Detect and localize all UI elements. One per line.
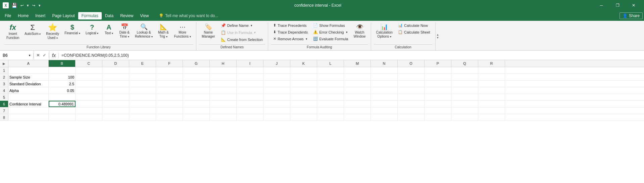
- row-header-7[interactable]: 7: [0, 107, 8, 114]
- cell-F1[interactable]: [156, 67, 183, 74]
- cell-O2[interactable]: [398, 74, 425, 80]
- cell-C1[interactable]: [76, 67, 102, 74]
- cell-K8[interactable]: [290, 114, 317, 121]
- cell-R2[interactable]: [478, 74, 505, 80]
- define-name-button[interactable]: 📌 Define Name ▾: [218, 22, 265, 29]
- menu-data[interactable]: Data: [102, 12, 117, 19]
- cell-C3[interactable]: [76, 81, 102, 87]
- cell-E8[interactable]: [129, 114, 156, 121]
- cell-G6[interactable]: [183, 101, 210, 107]
- select-all-button[interactable]: ▶: [0, 60, 8, 67]
- cell-A8[interactable]: [8, 114, 49, 121]
- cell-L3[interactable]: [317, 81, 344, 87]
- cell-P3[interactable]: [425, 81, 451, 87]
- cell-L7[interactable]: [317, 107, 344, 114]
- cell-L6[interactable]: [317, 101, 344, 107]
- cell-J2[interactable]: [263, 74, 290, 80]
- menu-view[interactable]: View: [137, 12, 152, 19]
- row-header-3[interactable]: 3: [0, 81, 8, 87]
- col-header-L[interactable]: L: [317, 60, 344, 67]
- cell-F6[interactable]: [156, 101, 183, 107]
- cell-E4[interactable]: [129, 87, 156, 94]
- cell-O6[interactable]: [398, 101, 425, 107]
- cell-F5[interactable]: [156, 94, 183, 100]
- col-header-G[interactable]: G: [183, 60, 210, 67]
- cell-D2[interactable]: [102, 74, 129, 80]
- name-manager-button[interactable]: 🏷️ NameManager: [199, 22, 218, 40]
- cell-D8[interactable]: [102, 114, 129, 121]
- insert-function-button[interactable]: fx InsertFunction: [4, 22, 21, 42]
- cell-P6[interactable]: [425, 101, 451, 107]
- cell-P4[interactable]: [425, 87, 451, 94]
- cell-M4[interactable]: [344, 87, 371, 94]
- cell-A5[interactable]: [8, 94, 49, 100]
- cell-N2[interactable]: [371, 74, 398, 80]
- cell-A4[interactable]: Alpha: [8, 87, 49, 94]
- financial-button[interactable]: $ Financial ▾: [62, 22, 83, 37]
- col-header-Q[interactable]: Q: [451, 60, 478, 67]
- cell-L5[interactable]: [317, 94, 344, 100]
- restore-button[interactable]: ❐: [610, 0, 625, 11]
- cell-P5[interactable]: [425, 94, 451, 100]
- cell-reference-box[interactable]: B6 ▾: [0, 53, 34, 58]
- fx-label[interactable]: fx: [49, 53, 59, 58]
- col-header-J[interactable]: J: [263, 60, 290, 67]
- cell-N1[interactable]: [371, 67, 398, 74]
- customize-qat-button[interactable]: ▾: [37, 3, 42, 8]
- cell-G2[interactable]: [183, 74, 210, 80]
- cell-K3[interactable]: [290, 81, 317, 87]
- cell-P7[interactable]: [425, 107, 451, 114]
- cell-H7[interactable]: [210, 107, 237, 114]
- cell-K4[interactable]: [290, 87, 317, 94]
- col-header-B[interactable]: B: [49, 60, 76, 67]
- cell-N5[interactable]: [371, 94, 398, 100]
- cell-B1[interactable]: [49, 67, 76, 74]
- cell-H4[interactable]: [210, 87, 237, 94]
- cell-N8[interactable]: [371, 114, 398, 121]
- cell-H8[interactable]: [210, 114, 237, 121]
- row-header-6[interactable]: 6: [0, 101, 8, 107]
- cell-K5[interactable]: [290, 94, 317, 100]
- cell-M5[interactable]: [344, 94, 371, 100]
- cell-E7[interactable]: [129, 107, 156, 114]
- cell-C6[interactable]: [76, 101, 102, 107]
- cell-Q4[interactable]: [451, 87, 478, 94]
- more-functions-button[interactable]: ⋯ MoreFunctions ▾: [172, 22, 193, 40]
- cell-M3[interactable]: [344, 81, 371, 87]
- cell-M6[interactable]: [344, 101, 371, 107]
- remove-arrows-button[interactable]: ✕ Remove Arrows ▾: [271, 36, 310, 42]
- cell-Q3[interactable]: [451, 81, 478, 87]
- col-header-E[interactable]: E: [129, 60, 156, 67]
- menu-review[interactable]: Review: [117, 12, 137, 19]
- menu-insert[interactable]: Insert: [32, 12, 49, 19]
- cell-Q7[interactable]: [451, 107, 478, 114]
- cell-N7[interactable]: [371, 107, 398, 114]
- ribbon-scroll[interactable]: ▲ ▼: [435, 22, 440, 50]
- cell-F2[interactable]: [156, 74, 183, 80]
- cell-F4[interactable]: [156, 87, 183, 94]
- cell-N6[interactable]: [371, 101, 398, 107]
- cell-I8[interactable]: [237, 114, 263, 121]
- cell-A6[interactable]: Confidence Interval: [8, 101, 49, 107]
- menu-home[interactable]: Home: [14, 12, 32, 19]
- cell-R7[interactable]: [478, 107, 505, 114]
- cell-F7[interactable]: [156, 107, 183, 114]
- cell-I2[interactable]: [237, 74, 263, 80]
- cell-G8[interactable]: [183, 114, 210, 121]
- cell-E6[interactable]: [129, 101, 156, 107]
- cell-I4[interactable]: [237, 87, 263, 94]
- cell-K2[interactable]: [290, 74, 317, 80]
- cell-C2[interactable]: [76, 74, 102, 80]
- cell-P2[interactable]: [425, 74, 451, 80]
- cell-E2[interactable]: [129, 74, 156, 80]
- cell-Q8[interactable]: [451, 114, 478, 121]
- cell-L8[interactable]: [317, 114, 344, 121]
- cell-A7[interactable]: [8, 107, 49, 114]
- cell-M2[interactable]: [344, 74, 371, 80]
- cell-H3[interactable]: [210, 81, 237, 87]
- cell-K7[interactable]: [290, 107, 317, 114]
- cell-B8[interactable]: [49, 114, 76, 121]
- trace-dependents-button[interactable]: ⬇ Trace Dependents: [271, 29, 310, 35]
- cell-O4[interactable]: [398, 87, 425, 94]
- math-trig-button[interactable]: 📐 Math &Trig ▾: [156, 22, 171, 40]
